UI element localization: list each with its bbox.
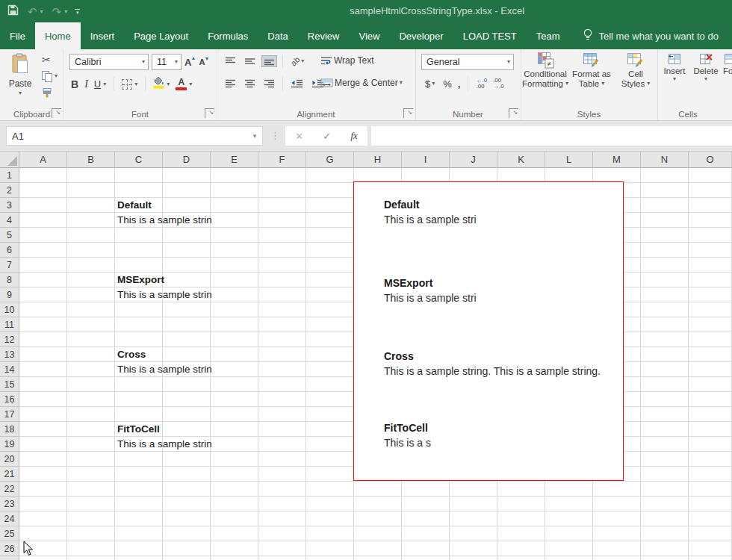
column-header-N[interactable]: N (641, 152, 689, 168)
grid-cell-K26[interactable] (497, 541, 545, 556)
grid-cell-B20[interactable] (67, 452, 115, 467)
row-header-2[interactable]: 2 (0, 183, 19, 198)
grid-cell-B8[interactable] (67, 273, 115, 287)
grid-cell-K22[interactable] (497, 482, 545, 497)
grid-cell-C23[interactable] (115, 497, 163, 511)
grid-cell-G23[interactable] (306, 497, 354, 511)
grid-cell-K27[interactable] (497, 556, 545, 560)
grid-cell-A12[interactable] (19, 332, 67, 347)
grid-cell-B24[interactable] (67, 511, 115, 526)
row-header-10[interactable]: 10 (0, 302, 19, 317)
row-header-24[interactable]: 24 (0, 511, 19, 526)
grid-cell-G16[interactable] (306, 392, 354, 407)
row-header-14[interactable]: 14 (0, 362, 19, 377)
column-header-D[interactable]: D (163, 152, 211, 168)
name-box[interactable]: A1 ▾ (6, 126, 263, 146)
grid-cell-O4[interactable] (689, 213, 732, 228)
grid-cell-N22[interactable] (641, 482, 689, 497)
grid-cell-F24[interactable] (258, 511, 306, 526)
grid-cell-J25[interactable] (450, 526, 497, 541)
grid-cell-E21[interactable] (211, 467, 258, 482)
grid-cell-O10[interactable] (689, 302, 732, 317)
cancel-button[interactable]: ✕ (295, 131, 303, 142)
grid-cell-F8[interactable] (258, 273, 306, 287)
grid-cell-B21[interactable] (67, 467, 115, 482)
grid-cell-G17[interactable] (306, 407, 354, 422)
insert-cells-button[interactable]: Insert ▾ (660, 52, 689, 82)
grid-cell-C10[interactable] (115, 302, 163, 317)
grid-cell-H24[interactable] (354, 511, 402, 526)
row-header-7[interactable]: 7 (0, 258, 19, 273)
grid-cell-F15[interactable] (258, 377, 306, 392)
save-icon[interactable] (7, 4, 19, 19)
grid-cell-F27[interactable] (258, 556, 306, 560)
grid-cell-D10[interactable] (163, 302, 211, 317)
grid-cell-B14[interactable] (67, 362, 115, 377)
row-header-23[interactable]: 23 (0, 497, 19, 511)
grid-cell-J22[interactable] (450, 482, 497, 497)
grid-cell-F22[interactable] (258, 482, 306, 497)
grid-cell-C20[interactable] (115, 452, 163, 467)
grid-cell-L22[interactable] (545, 482, 593, 497)
grid-cell-F13[interactable] (258, 347, 306, 362)
grid-cell-A25[interactable] (19, 526, 67, 541)
grid-cell-I27[interactable] (402, 556, 450, 560)
tab-developer[interactable]: Developer (389, 22, 453, 49)
grid-cell-F19[interactable] (258, 437, 306, 452)
row-header-11[interactable]: 11 (0, 317, 19, 332)
column-header-G[interactable]: G (306, 152, 354, 168)
grid-cell-N14[interactable] (641, 362, 689, 377)
tab-review[interactable]: Review (298, 22, 350, 49)
grid-cell-G25[interactable] (306, 526, 354, 541)
grid-cell-F9[interactable] (258, 287, 306, 302)
grid-cell-C7[interactable] (115, 258, 163, 273)
grid-cell-F21[interactable] (258, 467, 306, 482)
row-header-26[interactable]: 26 (0, 541, 19, 556)
grid-cell-D2[interactable] (163, 183, 211, 198)
grid-cell-D20[interactable] (163, 452, 211, 467)
grid-cell-J23[interactable] (450, 497, 497, 511)
format-as-table-button[interactable]: Format as Table▾ (570, 52, 613, 88)
grid-cell-C1[interactable] (115, 168, 163, 183)
undo-icon[interactable]: ↶ (28, 6, 37, 17)
grid-cell-G21[interactable] (306, 467, 354, 482)
grid-cell-N7[interactable] (641, 258, 689, 273)
tab-formulas[interactable]: Formulas (198, 22, 258, 49)
font-dialog-launcher-icon[interactable]: ↘ (205, 108, 214, 118)
grid-cell-N21[interactable] (641, 467, 689, 482)
grid-cell-O17[interactable] (689, 407, 732, 422)
row-header-13[interactable]: 13 (0, 347, 19, 362)
formula-bar-resize-handle[interactable]: ⋮ (270, 130, 280, 141)
tab-team[interactable]: Team (527, 22, 570, 49)
grid-cell-N8[interactable] (641, 273, 689, 287)
font-size-select[interactable]: 11 ▾ (152, 54, 182, 70)
grid-cell-N6[interactable] (641, 243, 689, 258)
grid-cell-L1[interactable] (545, 168, 593, 183)
grid-cell-F7[interactable] (258, 258, 306, 273)
grid-cell-K23[interactable] (497, 497, 545, 511)
tab-file[interactable]: File (0, 22, 35, 49)
align-left-button[interactable] (223, 78, 238, 90)
grid-cell-E19[interactable] (211, 437, 258, 452)
grid-cell-N24[interactable] (641, 511, 689, 526)
grid-cell-A9[interactable] (19, 287, 67, 302)
grid-cell-G8[interactable] (306, 273, 354, 287)
grid-cell-B16[interactable] (67, 392, 115, 407)
number-format-select[interactable]: General ▾ (421, 54, 514, 70)
grid-cell-O12[interactable] (689, 332, 732, 347)
column-header-I[interactable]: I (402, 152, 450, 168)
customize-quick-access-icon[interactable]: ▾ (75, 9, 80, 14)
row-header-27[interactable] (0, 556, 19, 560)
grid-cell-O2[interactable] (689, 183, 732, 198)
grid-cell-B2[interactable] (67, 183, 115, 198)
column-header-C[interactable]: C (115, 152, 163, 168)
clipboard-dialog-launcher-icon[interactable]: ↘ (52, 108, 61, 118)
alignment-dialog-launcher-icon[interactable]: ↘ (403, 108, 413, 118)
grid-cell-D6[interactable] (163, 243, 211, 258)
grid-cell-E20[interactable] (211, 452, 258, 467)
format-painter-button[interactable] (42, 87, 52, 101)
grid-cell-E25[interactable] (211, 526, 258, 541)
grid-cell-E22[interactable] (211, 482, 258, 497)
grid-cell-D12[interactable] (163, 332, 211, 347)
grid-cell-D26[interactable] (163, 541, 211, 556)
